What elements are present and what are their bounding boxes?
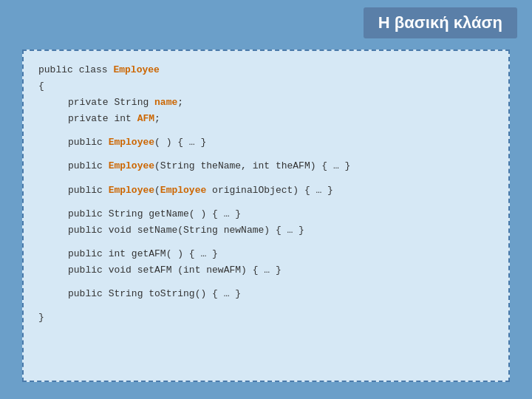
slide-title: Η βασική κλάση [364, 7, 517, 38]
code-line-6: public Employee(String theName, int theA… [38, 158, 494, 174]
code-line-10: public int getAFM( ) { … } [38, 246, 494, 262]
code-line-3: private String name; [38, 95, 494, 111]
blank-5 [38, 239, 494, 246]
code-line-4: private int AFM; [38, 111, 494, 127]
blank-2 [38, 151, 494, 158]
code-line-9: public void setName(String newName) { … … [38, 222, 494, 239]
blank-7 [38, 302, 494, 310]
code-line-13: } [38, 310, 494, 326]
code-line-5: public Employee( ) { … } [38, 134, 494, 151]
blank-6 [38, 279, 494, 286]
blank-4 [38, 199, 494, 206]
code-block: public class Employee { private String n… [38, 62, 494, 326]
blank-1 [38, 127, 494, 134]
code-line-12: public String toString() { … } [38, 286, 494, 302]
code-line-11: public void setAFM (int newAFM) { … } [38, 262, 494, 279]
code-line-8: public String getName( ) { … } [38, 206, 494, 222]
code-container: public class Employee { private String n… [22, 50, 510, 382]
blank-3 [38, 175, 494, 183]
header-bar: Η βασική κλάση [0, 0, 532, 46]
code-line-2: { [38, 78, 494, 95]
code-line-7: public Employee(Employee originalObject)… [38, 183, 494, 199]
code-line-1: public class Employee [38, 62, 494, 78]
